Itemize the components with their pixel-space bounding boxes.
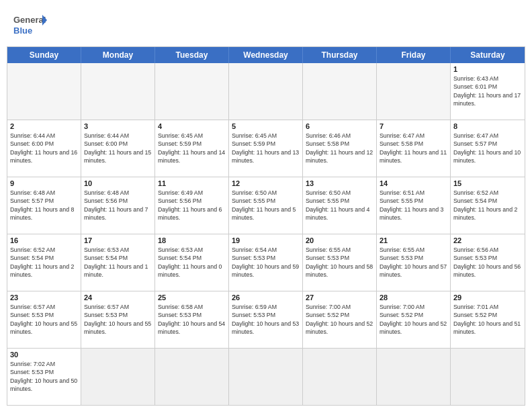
calendar-cell: 15 Sunrise: 6:52 AMSunset: 5:54 PMDaylig… xyxy=(451,177,525,234)
calendar-week-2: 2 Sunrise: 6:44 AMSunset: 6:00 PMDayligh… xyxy=(7,120,525,177)
day-info: Sunrise: 7:02 AMSunset: 5:53 PMDaylight:… xyxy=(10,360,78,393)
calendar-cell xyxy=(303,63,377,120)
day-info: Sunrise: 6:59 AMSunset: 5:53 PMDaylight:… xyxy=(232,303,300,336)
day-number: 7 xyxy=(380,122,447,130)
day-info: Sunrise: 6:52 AMSunset: 5:54 PMDaylight:… xyxy=(453,189,522,222)
day-info: Sunrise: 7:00 AMSunset: 5:52 PMDaylight:… xyxy=(306,303,373,336)
day-info: Sunrise: 6:48 AMSunset: 5:56 PMDaylight:… xyxy=(84,189,152,222)
calendar-cell xyxy=(81,63,155,120)
day-info: Sunrise: 6:50 AMSunset: 5:55 PMDaylight:… xyxy=(232,189,300,222)
calendar-cell: 14 Sunrise: 6:51 AMSunset: 5:55 PMDaylig… xyxy=(377,177,451,234)
calendar-cell: 2 Sunrise: 6:44 AMSunset: 6:00 PMDayligh… xyxy=(7,120,81,177)
day-number: 12 xyxy=(232,179,300,187)
calendar-cell: 9 Sunrise: 6:48 AMSunset: 5:57 PMDayligh… xyxy=(7,177,81,234)
day-number: 23 xyxy=(10,293,78,302)
day-number: 5 xyxy=(232,122,300,130)
day-number: 27 xyxy=(306,293,373,302)
calendar-cell: 23 Sunrise: 6:57 AMSunset: 5:53 PMDaylig… xyxy=(7,291,81,348)
day-info: Sunrise: 6:49 AMSunset: 5:56 PMDaylight:… xyxy=(158,189,226,222)
logo: General Blue xyxy=(13,11,47,41)
calendar-header: Sunday Monday Tuesday Wednesday Thursday… xyxy=(7,47,525,63)
calendar-cell: 11 Sunrise: 6:49 AMSunset: 5:56 PMDaylig… xyxy=(155,177,229,234)
day-number: 2 xyxy=(10,122,78,130)
day-info: Sunrise: 6:44 AMSunset: 6:00 PMDaylight:… xyxy=(10,132,78,165)
logo-svg: General Blue xyxy=(13,11,47,41)
day-info: Sunrise: 6:51 AMSunset: 5:55 PMDaylight:… xyxy=(380,189,447,222)
calendar-cell: 10 Sunrise: 6:48 AMSunset: 5:56 PMDaylig… xyxy=(81,177,155,234)
weekday-wednesday: Wednesday xyxy=(229,47,303,63)
calendar-cell: 30 Sunrise: 7:02 AMSunset: 5:53 PMDaylig… xyxy=(7,349,81,405)
calendar-week-4: 16 Sunrise: 6:52 AMSunset: 5:54 PMDaylig… xyxy=(7,234,525,291)
calendar-cell: 7 Sunrise: 6:47 AMSunset: 5:58 PMDayligh… xyxy=(377,120,451,177)
calendar-week-1: 1 Sunrise: 6:43 AMSunset: 6:01 PMDayligh… xyxy=(7,63,525,120)
calendar-cell xyxy=(155,349,229,405)
day-number: 18 xyxy=(158,236,226,244)
day-number: 8 xyxy=(453,122,522,130)
calendar-cell: 6 Sunrise: 6:46 AMSunset: 5:58 PMDayligh… xyxy=(303,120,377,177)
calendar-cell xyxy=(155,63,229,120)
calendar: Sunday Monday Tuesday Wednesday Thursday… xyxy=(7,46,525,406)
day-number: 11 xyxy=(158,179,226,187)
calendar-cell: 24 Sunrise: 6:57 AMSunset: 5:53 PMDaylig… xyxy=(81,291,155,348)
day-info: Sunrise: 6:55 AMSunset: 5:53 PMDaylight:… xyxy=(380,246,447,279)
day-info: Sunrise: 6:48 AMSunset: 5:57 PMDaylight:… xyxy=(10,189,78,222)
calendar-week-3: 9 Sunrise: 6:48 AMSunset: 5:57 PMDayligh… xyxy=(7,177,525,234)
day-number: 20 xyxy=(306,236,373,244)
calendar-cell xyxy=(451,349,525,405)
page: General Blue Sunday Monday Tuesday Wedne… xyxy=(0,0,532,411)
day-number: 24 xyxy=(84,293,152,302)
day-info: Sunrise: 6:54 AMSunset: 5:53 PMDaylight:… xyxy=(232,246,300,279)
day-info: Sunrise: 6:57 AMSunset: 5:53 PMDaylight:… xyxy=(84,303,152,336)
day-info: Sunrise: 6:53 AMSunset: 5:54 PMDaylight:… xyxy=(158,246,226,279)
calendar-cell: 13 Sunrise: 6:50 AMSunset: 5:55 PMDaylig… xyxy=(303,177,377,234)
day-number: 17 xyxy=(84,236,152,244)
header: General Blue xyxy=(0,0,532,46)
day-info: Sunrise: 7:01 AMSunset: 5:52 PMDaylight:… xyxy=(453,303,522,336)
day-info: Sunrise: 7:00 AMSunset: 5:52 PMDaylight:… xyxy=(380,303,447,336)
day-number: 9 xyxy=(10,179,78,187)
day-number: 14 xyxy=(380,179,447,187)
day-info: Sunrise: 6:47 AMSunset: 5:58 PMDaylight:… xyxy=(380,132,447,165)
day-info: Sunrise: 6:44 AMSunset: 6:00 PMDaylight:… xyxy=(84,132,152,165)
calendar-cell xyxy=(229,349,303,405)
day-number: 25 xyxy=(158,293,226,302)
day-info: Sunrise: 6:47 AMSunset: 5:57 PMDaylight:… xyxy=(453,132,522,165)
weekday-thursday: Thursday xyxy=(303,47,377,63)
day-number: 26 xyxy=(232,293,300,302)
weekday-monday: Monday xyxy=(81,47,155,63)
svg-text:Blue: Blue xyxy=(13,26,32,36)
calendar-cell xyxy=(81,349,155,405)
calendar-cell xyxy=(377,63,451,120)
calendar-body: 1 Sunrise: 6:43 AMSunset: 6:01 PMDayligh… xyxy=(7,63,525,405)
calendar-cell: 20 Sunrise: 6:55 AMSunset: 5:53 PMDaylig… xyxy=(303,234,377,291)
calendar-cell: 21 Sunrise: 6:55 AMSunset: 5:53 PMDaylig… xyxy=(377,234,451,291)
calendar-cell: 3 Sunrise: 6:44 AMSunset: 6:00 PMDayligh… xyxy=(81,120,155,177)
calendar-cell: 12 Sunrise: 6:50 AMSunset: 5:55 PMDaylig… xyxy=(229,177,303,234)
calendar-cell: 26 Sunrise: 6:59 AMSunset: 5:53 PMDaylig… xyxy=(229,291,303,348)
calendar-cell: 25 Sunrise: 6:58 AMSunset: 5:53 PMDaylig… xyxy=(155,291,229,348)
day-info: Sunrise: 6:50 AMSunset: 5:55 PMDaylight:… xyxy=(306,189,373,222)
svg-text:General: General xyxy=(13,15,46,25)
day-number: 15 xyxy=(453,179,522,187)
calendar-cell: 22 Sunrise: 6:56 AMSunset: 5:53 PMDaylig… xyxy=(451,234,525,291)
day-number: 16 xyxy=(10,236,78,244)
day-number: 29 xyxy=(453,293,522,302)
calendar-cell: 4 Sunrise: 6:45 AMSunset: 5:59 PMDayligh… xyxy=(155,120,229,177)
day-info: Sunrise: 6:57 AMSunset: 5:53 PMDaylight:… xyxy=(10,303,78,336)
calendar-cell: 28 Sunrise: 7:00 AMSunset: 5:52 PMDaylig… xyxy=(377,291,451,348)
day-number: 10 xyxy=(84,179,152,187)
calendar-cell: 18 Sunrise: 6:53 AMSunset: 5:54 PMDaylig… xyxy=(155,234,229,291)
day-number: 22 xyxy=(453,236,522,244)
calendar-cell: 19 Sunrise: 6:54 AMSunset: 5:53 PMDaylig… xyxy=(229,234,303,291)
calendar-cell: 16 Sunrise: 6:52 AMSunset: 5:54 PMDaylig… xyxy=(7,234,81,291)
day-number: 3 xyxy=(84,122,152,130)
calendar-week-6: 30 Sunrise: 7:02 AMSunset: 5:53 PMDaylig… xyxy=(7,348,525,405)
calendar-cell: 1 Sunrise: 6:43 AMSunset: 6:01 PMDayligh… xyxy=(451,63,525,120)
weekday-tuesday: Tuesday xyxy=(155,47,229,63)
calendar-cell xyxy=(377,349,451,405)
calendar-cell: 8 Sunrise: 6:47 AMSunset: 5:57 PMDayligh… xyxy=(451,120,525,177)
calendar-cell xyxy=(229,63,303,120)
day-number: 30 xyxy=(10,351,78,359)
calendar-cell xyxy=(7,63,81,120)
day-info: Sunrise: 6:46 AMSunset: 5:58 PMDaylight:… xyxy=(306,132,373,165)
